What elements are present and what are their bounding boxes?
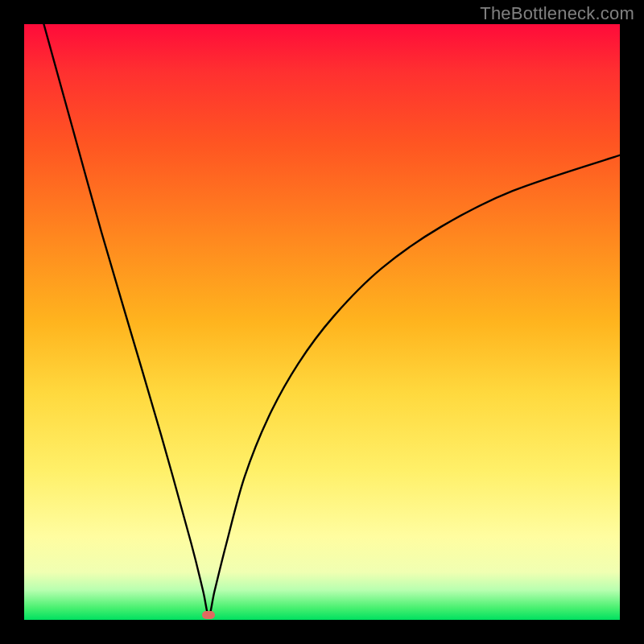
bottleneck-curve: [43, 24, 620, 615]
watermark-text: TheBottleneck.com: [480, 3, 634, 24]
chart-frame: TheBottleneck.com: [0, 0, 644, 644]
plot-area: [24, 24, 620, 620]
curve-svg: [24, 24, 620, 620]
minimum-marker: [202, 611, 215, 619]
